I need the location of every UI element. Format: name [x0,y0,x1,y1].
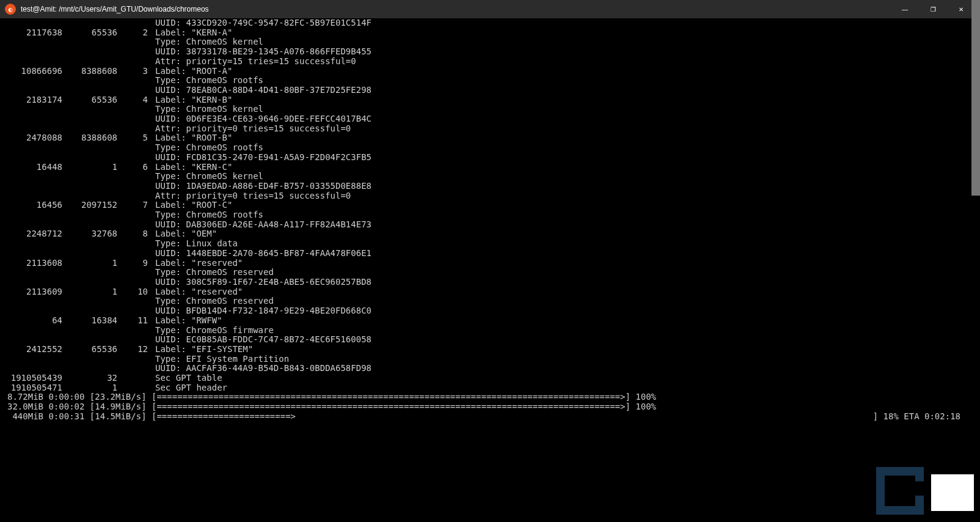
col-size: 65536 [62,345,117,355]
partition-row: 641638411Label: "RWFW" [7,316,975,326]
minimize-button[interactable]: — [891,0,919,18]
col-detail: Type: ChromeOS rootfs [155,76,263,86]
col-size: 16384 [62,316,117,326]
progress-suffix: ] 100% [625,402,656,412]
col-num: 3 [117,67,148,76]
partition-detail: Type: ChromeOS reserved [7,296,975,306]
col-size: 65536 [62,28,117,38]
partition-detail: Type: ChromeOS reserved [7,268,975,278]
col-detail: UUID: 308C5F89-1F67-2E4B-ABE5-6EC960257B… [155,278,371,287]
partition-detail: Type: ChromeOS rootfs [7,210,975,220]
col-num: 5 [117,133,148,143]
col-size: 1 [62,259,117,268]
window-controls: — ❐ ✕ [891,0,975,18]
partition-detail: UUID: DAB306ED-A26E-AA48-A117-FF82A4B14E… [7,220,975,230]
col-start: 10866696 [7,67,62,76]
partition-detail: UUID: EC0B85AB-FDDC-7C47-8B72-4EC6F51600… [7,335,975,345]
partition-detail: UUID: 433CD920-749C-9547-82FC-5B97E01C51… [7,18,975,28]
partition-row: 2248712327688Label: "OEM" [7,229,975,239]
partition-row: 247808883886085Label: "ROOT-B" [7,133,975,143]
col-detail: Label: "ROOT-C" [155,200,232,210]
col-size: 32768 [62,229,117,239]
partition-detail: UUID: FCD81C35-2470-E941-A5A9-F2D04F2C3F… [7,153,975,163]
col-num: 6 [117,163,148,172]
col-detail: Type: EFI System Partition [155,355,289,364]
partition-detail: Type: ChromeOS rootfs [7,76,975,86]
col-num: 7 [117,200,148,210]
col-detail: Label: "ROOT-B" [155,133,232,143]
partition-detail: UUID: 38733178-BE29-1345-A076-866FFED9B4… [7,47,975,57]
partition-detail: Type: Linux data [7,239,975,249]
maximize-button[interactable]: ❐ [919,0,947,18]
scrollbar-thumb[interactable] [971,0,980,196]
partition-detail: Type: EFI System Partition [7,355,975,364]
col-detail: Type: ChromeOS reserved [155,268,274,278]
partition-row: 24125526553612Label: "EFI-SYSTEM" [7,345,975,355]
col-num [117,383,148,393]
col-num: 9 [117,259,148,268]
col-detail: UUID: EC0B85AB-FDDC-7C47-8B72-4EC6F51600… [155,335,371,345]
col-size: 8388608 [62,67,117,76]
partition-detail: UUID: BFDB14D4-F732-1847-9E29-4BE20FD668… [7,306,975,316]
partition-detail: UUID: 78EAB0CA-88D4-4D41-80BF-37E7D25FE2… [7,86,975,95]
col-detail: Type: ChromeOS rootfs [155,210,263,220]
progress-suffix: ] 100% [625,392,656,402]
col-detail: UUID: 38733178-BE29-1345-A076-866FFED9B4… [155,47,371,57]
col-detail: UUID: 1448EBDE-2A70-8645-BF87-4FAA478F06… [155,249,371,259]
terminal-output[interactable]: UUID: 433CD920-749C-9547-82FC-5B97E01C51… [0,18,980,522]
col-num: 8 [117,229,148,239]
partition-row: 2183174655364Label: "KERN-B" [7,95,975,105]
col-start: 2412552 [7,345,62,355]
col-start: 16456 [7,200,62,210]
col-detail: Type: ChromeOS firmware [155,326,274,336]
col-detail: Attr: priority=15 tries=15 successful=0 [155,57,356,67]
col-detail: UUID: 0D6FE3E4-CE63-9646-9DEE-FEFCC4017B… [155,114,371,124]
partition-detail: Attr: priority=15 tries=15 successful=0 [7,57,975,67]
col-start: 2248712 [7,229,62,239]
col-start: 2113609 [7,287,62,297]
col-detail: UUID: AACFAF36-44A9-B54D-B843-0BDDA658FD… [155,364,371,373]
col-start: 2117638 [7,28,62,38]
partition-row: 191050543932Sec GPT table [7,373,975,383]
col-detail: UUID: 1DA9EDAD-A886-ED4F-B757-03355D0E88… [155,182,371,191]
progress-row: 440MiB 0:00:31 [14.5MiB/s] [============… [7,412,975,422]
partition-detail: Attr: priority=0 tries=15 successful=0 [7,191,975,201]
progress-prefix: 8.72MiB 0:00:00 [23.2MiB/s] [ [7,392,156,402]
col-detail: Label: "reserved" [155,259,243,268]
col-num [117,373,148,383]
col-detail: Type: Linux data [155,239,238,249]
progress-row: 8.72MiB 0:00:00 [23.2MiB/s] [===========… [7,392,975,402]
col-detail: Type: ChromeOS kernel [155,172,263,182]
partition-detail: Type: ChromeOS kernel [7,37,975,47]
col-start: 16448 [7,163,62,172]
scrollbar-track[interactable] [970,0,980,504]
progress-eta: ] 18% ETA 0:02:18 [873,412,960,422]
partition-detail: UUID: 308C5F89-1F67-2E4B-ABE5-6EC960257B… [7,278,975,287]
partition-row: 1645620971527Label: "ROOT-C" [7,200,975,210]
col-size: 8388608 [62,133,117,143]
col-detail: UUID: 433CD920-749C-9547-82FC-5B97E01C51… [155,18,371,28]
col-detail: Label: "EFI-SYSTEM" [155,345,253,355]
progress-prefix: 440MiB 0:00:31 [14.5MiB/s] [ [7,412,156,422]
col-detail: UUID: DAB306ED-A26E-AA48-A117-FF82A4B14E… [155,220,371,230]
col-num: 4 [117,95,148,105]
col-start: 2183174 [7,95,62,105]
col-num: 12 [117,345,148,355]
col-start: 1910505439 [7,373,62,383]
col-size: 1 [62,163,117,172]
col-start: 1910505471 [7,383,62,393]
partition-detail: UUID: 0D6FE3E4-CE63-9646-9DEE-FEFCC4017B… [7,114,975,124]
col-size: 1 [62,287,117,297]
col-detail: Sec GPT header [155,383,227,393]
partition-detail: UUID: 1DA9EDAD-A886-ED4F-B757-03355D0E88… [7,182,975,191]
col-start: 64 [7,316,62,326]
partition-detail: Type: ChromeOS firmware [7,326,975,336]
col-detail: Type: ChromeOS rootfs [155,143,263,153]
col-detail: Type: ChromeOS kernel [155,105,263,114]
partition-row: 2117638655362Label: "KERN-A" [7,28,975,38]
col-detail: UUID: BFDB14D4-F732-1847-9E29-4BE20FD668… [155,306,371,316]
col-num: 2 [117,28,148,38]
progress-prefix: 32.0MiB 0:00:02 [14.9MiB/s] [ [7,402,156,412]
col-detail: Label: "RWFW" [155,316,222,326]
col-detail: Type: ChromeOS kernel [155,37,263,47]
